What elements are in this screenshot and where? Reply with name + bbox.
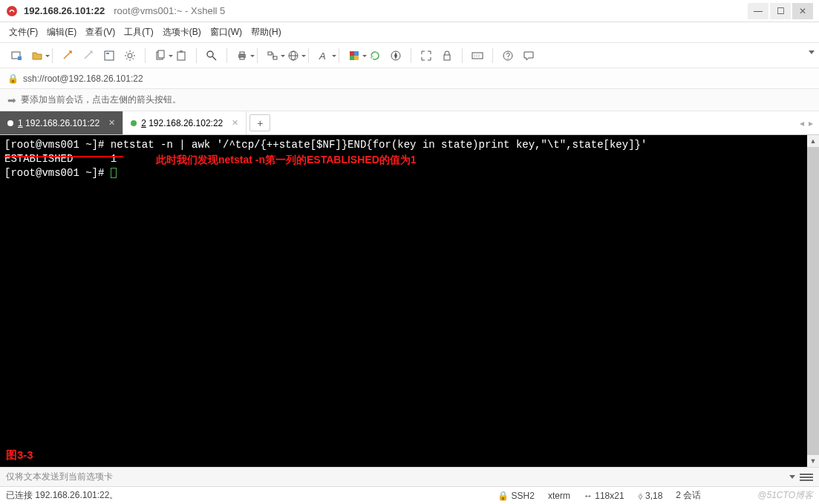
lock-icon[interactable]	[438, 47, 456, 65]
hint-arrow-icon[interactable]: ➡	[7, 94, 16, 106]
paste-icon[interactable]	[172, 47, 190, 65]
titlebar: 192.168.26.101:22 root@vms001:~ - Xshell…	[0, 0, 819, 22]
svg-rect-7	[158, 50, 164, 58]
scroll-up-icon[interactable]: ▲	[807, 135, 819, 147]
annotation-text: 此时我们发现netstat -n第一列的ESTABLISHED的值为1	[156, 153, 417, 167]
sendbar: 仅将文本发送到当前选项卡	[0, 467, 819, 486]
watermark: @51CTO博客	[757, 489, 813, 502]
menu-tools[interactable]: 工具(T)	[124, 26, 153, 39]
terminal[interactable]: [root@vms001 ~]# netstat -n | awk '/^tcp…	[0, 135, 807, 467]
svg-line-11	[212, 56, 216, 60]
properties-icon[interactable]	[100, 47, 118, 65]
toolbar-separator	[308, 48, 309, 63]
toolbar-overflow-icon[interactable]	[809, 50, 815, 54]
tab-close-icon[interactable]: ✕	[232, 118, 238, 128]
tab-add-button[interactable]: +	[249, 114, 270, 131]
globe-icon[interactable]	[284, 47, 302, 65]
toolbar-separator	[411, 48, 411, 63]
hint-text: 要添加当前会话，点击左侧的箭头按钮。	[21, 94, 181, 106]
refresh-icon[interactable]	[366, 47, 384, 65]
status-pos: ⎀ 3,18	[638, 491, 663, 501]
send-dropdown-icon[interactable]	[789, 475, 795, 479]
status-size: ↔ 118x21	[584, 491, 624, 501]
svg-point-32	[474, 56, 475, 56]
menu-file[interactable]: 文件(F)	[9, 26, 38, 39]
menu-help[interactable]: 帮助(H)	[251, 26, 281, 39]
status-dot-icon	[131, 120, 137, 126]
svg-point-0	[7, 6, 17, 16]
status-term: xterm	[548, 491, 570, 501]
print-icon[interactable]	[233, 47, 251, 65]
svg-rect-15	[268, 52, 272, 55]
toolbar-separator	[492, 48, 493, 63]
send-input[interactable]: 仅将文本发送到当前选项卡	[6, 471, 785, 483]
svg-point-30	[477, 54, 477, 55]
fullscreen-icon[interactable]	[417, 47, 435, 65]
open-session-icon[interactable]	[28, 47, 46, 65]
window-title-sub: root@vms001:~ - Xshell 5	[114, 5, 225, 16]
send-menu-icon[interactable]	[800, 474, 813, 481]
new-session-icon[interactable]	[7, 47, 25, 65]
cursor-icon	[111, 168, 117, 178]
menu-edit[interactable]: 编辑(E)	[47, 26, 76, 39]
maximize-button[interactable]: ☐	[770, 3, 791, 19]
find-icon[interactable]	[203, 47, 221, 65]
statusbar: 已连接 192.168.26.101:22。 🔒 SSH2 xterm ↔ 11…	[0, 486, 819, 504]
address-text[interactable]: ssh://root@192.168.26.101:22	[23, 73, 143, 84]
tab-label: 2 192.168.26.102:22	[141, 118, 223, 128]
toolbar-separator	[52, 48, 53, 63]
svg-rect-22	[354, 51, 359, 56]
svg-text:?: ?	[506, 52, 511, 60]
copy-icon[interactable]	[151, 47, 169, 65]
svg-rect-16	[273, 56, 277, 59]
toolbar: A ?	[0, 43, 819, 68]
svg-rect-26	[444, 55, 450, 60]
tab-session-2[interactable]: 2 192.168.26.102:22 ✕	[123, 111, 247, 134]
svg-rect-23	[350, 56, 354, 60]
figure-label: 图3-3	[6, 448, 33, 462]
status-proto: 🔒 SSH2	[497, 491, 535, 501]
tab-session-1[interactable]: 1 192.168.26.101:22 ✕	[0, 111, 123, 134]
tab-next-icon[interactable]: ▸	[809, 118, 813, 128]
keyboard-icon[interactable]	[469, 47, 486, 65]
hintbar: ➡ 要添加当前会话，点击左侧的箭头按钮。	[0, 89, 819, 111]
font-icon[interactable]: A	[315, 47, 333, 65]
compass-icon[interactable]	[387, 47, 405, 65]
close-button[interactable]: ✕	[792, 3, 813, 19]
svg-point-34	[479, 56, 480, 56]
scroll-down-icon[interactable]: ▼	[807, 455, 819, 467]
app-icon	[6, 5, 18, 17]
svg-rect-21	[350, 51, 354, 56]
svg-rect-13	[240, 52, 244, 54]
terminal-scrollbar[interactable]: ▲ ▼	[807, 135, 819, 467]
status-dot-icon	[7, 120, 13, 126]
reconnect-icon[interactable]	[59, 47, 76, 65]
status-connected: 已连接 192.168.26.101:22。	[6, 489, 484, 502]
svg-point-29	[474, 54, 475, 55]
disconnect-icon[interactable]	[79, 47, 97, 65]
svg-point-31	[479, 54, 480, 55]
settings-gear-icon[interactable]	[121, 47, 139, 65]
transfer-icon[interactable]	[264, 47, 281, 65]
menu-tabs[interactable]: 选项卡(B)	[163, 26, 201, 39]
help-icon[interactable]: ?	[499, 47, 517, 65]
window-title-host: 192.168.26.101:22	[24, 5, 105, 16]
toolbar-separator	[196, 48, 197, 63]
toolbar-separator	[257, 48, 258, 63]
minimize-button[interactable]: —	[748, 3, 769, 19]
menu-view[interactable]: 查看(V)	[85, 26, 115, 39]
svg-point-33	[477, 56, 477, 56]
color-scheme-icon[interactable]	[345, 47, 363, 65]
toolbar-separator	[145, 48, 146, 63]
svg-point-5	[128, 53, 132, 58]
tabbar: 1 192.168.26.101:22 ✕ 2 192.168.26.102:2…	[0, 111, 819, 135]
svg-rect-3	[105, 51, 114, 60]
scroll-thumb[interactable]	[807, 147, 819, 455]
menu-window[interactable]: 窗口(W)	[210, 26, 242, 39]
svg-rect-14	[240, 57, 244, 59]
tab-close-icon[interactable]: ✕	[108, 118, 115, 128]
tab-prev-icon[interactable]: ◂	[800, 118, 804, 128]
terminal-container: [root@vms001 ~]# netstat -n | awk '/^tcp…	[0, 135, 819, 467]
toolbar-separator	[226, 48, 227, 63]
feedback-icon[interactable]	[520, 47, 538, 65]
